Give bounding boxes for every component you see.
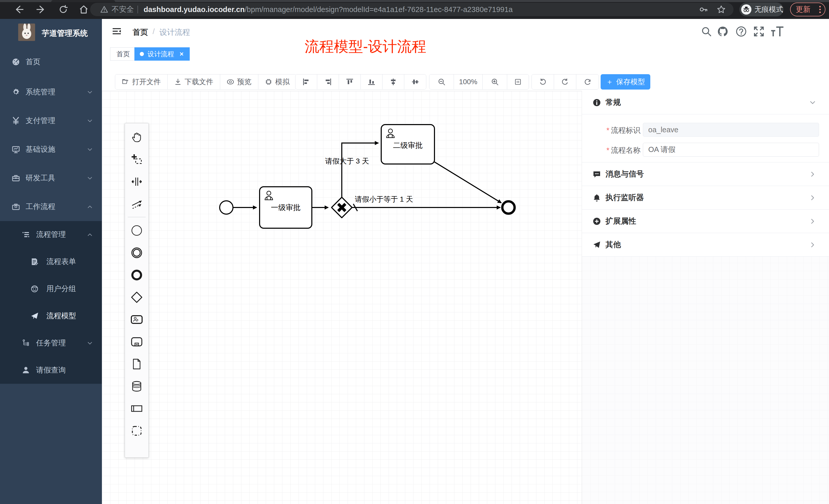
sidebar-item-process-model[interactable]: 流程模型 xyxy=(0,302,102,329)
bpmn-diagram[interactable]: 一级审批 请假大于 3 天 二级审批 xyxy=(102,91,582,504)
zoom-reset-button[interactable] xyxy=(507,74,529,89)
zoom-in-button[interactable] xyxy=(482,74,507,89)
chevron-down-icon xyxy=(87,175,93,181)
sidebar-menu: 首页 系统管理 支付管理 基础设施 研发工具 工作流程 xyxy=(0,46,102,384)
tab-home[interactable]: 首页 xyxy=(110,47,136,61)
logo-row[interactable]: 芋道管理系统 xyxy=(0,19,102,47)
address-bar[interactable]: 不安全 dashboard.yudao.iocoder.cn/bpm/manag… xyxy=(90,3,733,16)
redo-button[interactable] xyxy=(554,74,576,89)
download-file-button[interactable]: 下载文件 xyxy=(168,74,220,89)
align-hcenter-button[interactable] xyxy=(404,74,426,89)
sidebar-item-leave-query[interactable]: 请假查询 xyxy=(0,357,102,384)
app-header: 首页 / 设计流程 xyxy=(102,19,829,44)
align-bottom-button[interactable] xyxy=(361,74,383,89)
forward-icon[interactable] xyxy=(36,4,46,15)
file-button-group: 打开文件 下载文件 预览 模拟 xyxy=(115,74,296,89)
briefcase-icon xyxy=(12,203,20,211)
task2-label: 二级审批 xyxy=(393,141,423,149)
simulate-button[interactable]: 模拟 xyxy=(258,74,296,89)
sidebar-item-process-form[interactable]: 流程表单 xyxy=(0,248,102,275)
preview-button[interactable]: 预览 xyxy=(220,74,258,89)
start-event[interactable] xyxy=(220,201,233,214)
align-top-button[interactable] xyxy=(339,74,361,89)
process-key-label: *流程标识 xyxy=(607,125,641,135)
section-message-signal[interactable]: 消息与信号 xyxy=(582,162,829,186)
history-button-group xyxy=(532,74,599,89)
password-key-icon[interactable] xyxy=(699,5,708,14)
section-other[interactable]: 其他 xyxy=(582,233,829,257)
breadcrumb-home[interactable]: 首页 xyxy=(133,27,148,38)
zoom-level[interactable]: 100% xyxy=(454,74,482,89)
section-title: 其他 xyxy=(606,239,621,250)
sidebar-item-infra[interactable]: 基础设施 xyxy=(0,135,102,164)
process-key-input[interactable] xyxy=(643,123,819,137)
section-title: 消息与信号 xyxy=(606,169,644,179)
sidebar-item-process-mgmt[interactable]: 流程管理 xyxy=(0,221,102,248)
sidebar-item-workflow[interactable]: 工作流程 xyxy=(0,192,102,221)
sidebar-item-home[interactable]: 首页 xyxy=(0,46,102,78)
exclusive-gateway[interactable] xyxy=(331,197,352,218)
browser-tab[interactable] xyxy=(51,0,115,2)
back-icon[interactable] xyxy=(13,4,24,15)
sidebar-item-system[interactable]: 系统管理 xyxy=(0,78,102,107)
sidebar-item-label: 研发工具 xyxy=(26,173,55,183)
task-second-approval[interactable]: 二级审批 xyxy=(381,125,434,164)
save-model-button[interactable]: ＋ 保存模型 xyxy=(601,74,650,89)
gear-icon xyxy=(12,88,20,96)
fullscreen-icon[interactable] xyxy=(753,26,765,37)
sidebar-item-user-group[interactable]: 用户分组 xyxy=(0,275,102,302)
incognito-label: 无痕模式 xyxy=(755,5,783,14)
reload-icon[interactable] xyxy=(58,4,69,15)
undo-button[interactable] xyxy=(532,74,554,89)
chevron-right-icon xyxy=(809,242,816,248)
incognito-badge: 无痕模式 xyxy=(740,3,784,16)
sidebar-item-label: 流程管理 xyxy=(36,230,66,240)
flow-task2-to-end[interactable] xyxy=(434,162,501,203)
sidebar-item-task-mgmt[interactable]: 任务管理 xyxy=(0,329,102,357)
chip-icon xyxy=(265,78,272,85)
bookmark-star-icon[interactable] xyxy=(717,5,726,14)
incognito-icon xyxy=(741,4,751,14)
bpmn-canvas[interactable]: 一级审批 请假大于 3 天 二级审批 xyxy=(102,91,582,504)
browser-menu-icon[interactable] xyxy=(819,6,821,13)
align-left-button[interactable] xyxy=(295,74,317,89)
github-icon[interactable] xyxy=(717,26,729,37)
section-execution-listener[interactable]: 执行监听器 xyxy=(582,186,829,209)
restart-button[interactable] xyxy=(576,74,599,89)
task-first-approval[interactable]: 一级审批 xyxy=(260,187,312,228)
update-label[interactable]: 更新 xyxy=(796,4,810,14)
sidebar-item-label: 流程模型 xyxy=(46,311,76,321)
url-domain: dashboard.yudao.iocoder.cn xyxy=(144,5,245,14)
chevron-down-icon xyxy=(87,89,93,95)
text-size-icon[interactable] xyxy=(770,26,785,37)
required-mark: * xyxy=(607,126,609,134)
end-event[interactable] xyxy=(502,201,515,214)
search-icon[interactable] xyxy=(700,26,712,37)
breadcrumb-current: 设计流程 xyxy=(159,27,190,38)
flow-tree-icon xyxy=(22,339,30,347)
close-tab-icon[interactable] xyxy=(179,51,184,57)
open-file-button[interactable]: 打开文件 xyxy=(115,74,168,89)
sidebar-item-payment[interactable]: 支付管理 xyxy=(0,107,102,135)
chevron-down-icon xyxy=(809,100,816,106)
process-name-input[interactable] xyxy=(643,143,819,157)
help-icon[interactable] xyxy=(735,26,747,37)
plus-circle-icon xyxy=(593,218,601,225)
collapse-sidebar-icon[interactable] xyxy=(112,27,121,36)
warning-triangle-icon xyxy=(100,6,108,13)
align-vcenter-button[interactable] xyxy=(383,74,404,89)
section-general[interactable]: 常规 xyxy=(582,91,829,114)
download-icon xyxy=(174,78,182,85)
tab-bar: 首页 设计流程 xyxy=(102,44,829,62)
security-label[interactable]: 不安全 xyxy=(112,4,134,14)
process-name-row: *流程名称 xyxy=(582,143,829,157)
browser-update-button[interactable]: 更新 xyxy=(790,3,825,16)
home-icon[interactable] xyxy=(78,4,89,15)
flow-gateway-to-task2[interactable] xyxy=(342,143,379,197)
align-right-button[interactable] xyxy=(317,74,339,89)
zoom-out-button[interactable] xyxy=(429,74,454,89)
section-extended-attrs[interactable]: 扩展属性 xyxy=(582,209,829,233)
sidebar-item-devtools[interactable]: 研发工具 xyxy=(0,164,102,192)
section-title: 执行监听器 xyxy=(606,192,644,203)
tab-design-process[interactable]: 设计流程 xyxy=(135,47,190,61)
